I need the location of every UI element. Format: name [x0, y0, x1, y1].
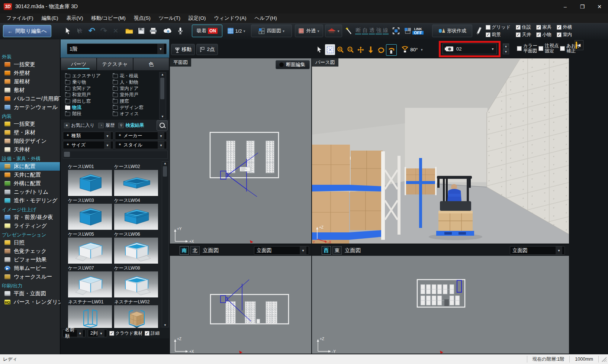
menu-item-0[interactable]: ファイル(F): [2, 14, 38, 23]
sidebar-item-パース・レンダリング[interactable]: HQパース・レンダリング: [0, 298, 60, 306]
category-エクステリア[interactable]: エクステリア: [65, 73, 101, 79]
direction-west-button[interactable]: 西: [322, 246, 331, 255]
elevation-south-viewport[interactable]: +Z +X 南 北 立面図 立面図 ▾: [170, 245, 311, 354]
filter-scroll-strip[interactable]: [63, 151, 168, 159]
display-filter-button[interactable]: 自: [362, 27, 368, 35]
sidebar-item-ライティング[interactable]: ライティング: [0, 222, 60, 230]
redo-button[interactable]: ↷: [98, 25, 109, 37]
shape-create-button[interactable]: 形状作成: [432, 25, 472, 37]
save-button[interactable]: [135, 25, 147, 37]
select-tool-button[interactable]: [62, 25, 74, 37]
sidebar-item-一括変更[interactable]: 一括変更: [0, 60, 60, 69]
category-乗り物[interactable]: 乗り物: [65, 79, 101, 86]
sidebar-item-一括変更[interactable]: 一括変更: [0, 120, 60, 128]
move-down-button[interactable]: [366, 44, 376, 55]
pan-button[interactable]: [356, 44, 366, 55]
display-filter-button[interactable]: 透: [369, 27, 375, 35]
floor-select-dropdown[interactable]: 1階 ▾: [67, 44, 167, 54]
category-階段[interactable]: 階段: [65, 111, 101, 117]
grid-scale-button[interactable]: 1/2 ▾: [225, 25, 248, 37]
elevation-type-dropdown[interactable]: 立面図 ▾: [510, 246, 565, 255]
parts-scrollbar[interactable]: ▲ ▼: [162, 161, 169, 327]
menu-item-1[interactable]: 編集(E): [38, 14, 62, 23]
cloud-upload-button[interactable]: [162, 25, 174, 37]
part-item-ケースLW04[interactable]: ケースLW04: [114, 197, 160, 230]
elevation-type-dropdown[interactable]: 立面図 ▾: [254, 246, 309, 255]
direction-south-button[interactable]: 南: [180, 246, 189, 255]
category-掃出し窓[interactable]: 掃出し窓: [65, 98, 101, 104]
category-花・植栽[interactable]: 花・植栽: [113, 73, 144, 79]
view-option-checkbox-あおり[interactable]: あおり補正: [560, 43, 580, 54]
minimize-button[interactable]: –: [557, 0, 574, 13]
direction-north-button[interactable]: 北: [190, 246, 200, 255]
layer-checkbox-小物[interactable]: ✓小物: [536, 31, 551, 38]
close-button[interactable]: ✕: [591, 0, 608, 13]
sidebar-item-外壁材[interactable]: 外壁材: [0, 69, 60, 77]
region-select-button[interactable]: [390, 25, 402, 37]
back-to-floorplan-button[interactable]: ← 間取り編集へ: [3, 25, 51, 37]
display-filter-button[interactable]: 断: [355, 27, 361, 35]
detail-checkbox[interactable]: ✓ 詳細: [145, 329, 160, 337]
roof-display-button[interactable]: ▾: [325, 25, 342, 37]
undo-button[interactable]: ↶: [86, 25, 97, 37]
rotate-view-button[interactable]: [376, 44, 386, 55]
maximize-button[interactable]: ❐: [574, 0, 591, 13]
sidebar-item-敷材[interactable]: 敷材: [0, 86, 60, 94]
display-filter-button[interactable]: 線: [383, 27, 389, 35]
sidebar-item-造作・モデリング[interactable]: 造作・モデリング: [0, 196, 60, 205]
category-室内ドア[interactable]: 室内ドア: [113, 86, 144, 92]
menu-item-6[interactable]: 設定(O): [184, 14, 210, 23]
fit-view-button[interactable]: [325, 44, 335, 55]
layer-checkbox-天井[interactable]: ✓天井: [516, 31, 531, 38]
view-angle-button[interactable]: 80° ▾: [397, 44, 427, 55]
category-和室用戸[interactable]: 和室用戸: [65, 92, 101, 98]
filter-tab-履歴[interactable]: ◔履歴: [97, 122, 116, 129]
menu-item-2[interactable]: 表示(V): [62, 14, 87, 23]
link-toggle-button[interactable]: LINK OFF: [403, 25, 425, 37]
tab-テクスチャ[interactable]: テクスチャ: [97, 58, 133, 71]
camera-move-button[interactable]: 移動: [171, 44, 195, 55]
part-item-ネステナーLW01[interactable]: ネステナーLW01: [68, 299, 114, 328]
sidebar-item-背・前景/昼夕夜[interactable]: 背・前景/昼夕夜: [0, 213, 60, 222]
sidebar-item-日照[interactable]: 日照: [0, 238, 60, 247]
sidebar-item-壁・床材[interactable]: 壁・床材: [0, 128, 60, 137]
category-腰窓[interactable]: 腰窓: [113, 98, 144, 104]
view-option-checkbox-カラー[interactable]: カラー平面図: [517, 43, 537, 54]
menu-item-5[interactable]: ツール(T): [155, 14, 184, 23]
render-style-button[interactable]: 外透 ▾: [295, 25, 323, 37]
layer-checkbox-家具[interactable]: ✓家具: [536, 23, 551, 31]
plan-viewport[interactable]: +Y +X 平面図 断面編集: [170, 58, 311, 244]
camera-prev-button[interactable]: ▲: [503, 44, 509, 49]
sidebar-item-階段デザイン[interactable]: 階段デザイン: [0, 137, 60, 145]
voice-input-button[interactable]: [175, 25, 186, 37]
zoom-in-button[interactable]: [335, 44, 345, 55]
camera-tilt-button[interactable]: [386, 44, 397, 56]
view-layout-button[interactable]: 四面図 ▾: [251, 25, 292, 37]
sidebar-item-外構に配置[interactable]: 外構に配置: [0, 179, 60, 188]
layer-checkbox-住設[interactable]: ✓住設: [516, 23, 531, 31]
direction-east-button[interactable]: 東: [332, 246, 342, 255]
layer-checkbox-前景[interactable]: ✓前景: [486, 31, 511, 38]
filter-tab-検索結果[interactable]: ⚲検索結果: [117, 122, 145, 129]
filter-kind-dropdown[interactable]: ＊ 種類▾: [63, 132, 113, 140]
camera-next-button[interactable]: ▼: [503, 49, 509, 54]
perspective-viewport[interactable]: +Z Y -X パース図: [312, 58, 569, 244]
sidebar-item-床に配置[interactable]: 床に配置: [0, 162, 60, 171]
tab-パーツ[interactable]: パーツ: [61, 58, 97, 71]
section-edit-button[interactable]: 断面編集: [276, 60, 310, 69]
category-デザイン窓[interactable]: デザイン窓: [113, 104, 144, 111]
category-室外用戸[interactable]: 室外用戸: [113, 92, 144, 98]
sidebar-item-ビフォー効果[interactable]: ビフォー効果: [0, 255, 60, 264]
elevation-west-viewport[interactable]: +Z -Y 西 東 立面図 立面図 ▾: [312, 245, 569, 354]
part-item-ケースLW08[interactable]: ケースLW08: [114, 265, 160, 297]
menu-item-7[interactable]: ウィンドウ(A): [210, 14, 251, 23]
open-file-button[interactable]: [123, 25, 135, 37]
part-item-ケースLW01[interactable]: ケースLW01: [68, 164, 114, 196]
delete-button[interactable]: ✕: [110, 25, 121, 37]
sidebar-item-天井に配置[interactable]: 天井に配置: [0, 171, 60, 179]
sort-order-dropdown[interactable]: 名前順▾: [62, 329, 86, 337]
layer-checkbox-外構[interactable]: ✓外構: [557, 23, 572, 31]
search-button[interactable]: [157, 120, 168, 131]
menu-item-3[interactable]: 移動/コピー(M): [87, 14, 130, 23]
layer-checkbox-室内[interactable]: ✓室内: [557, 31, 572, 38]
